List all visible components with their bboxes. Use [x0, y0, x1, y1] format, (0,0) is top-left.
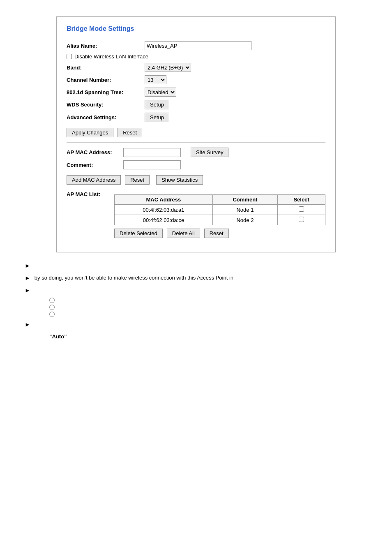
- mac-table-button-row: Delete Selected Delete All Reset: [114, 229, 325, 238]
- alias-name-input[interactable]: [145, 41, 251, 50]
- channel-label: Channel Number:: [67, 77, 145, 83]
- select-cell-1: [278, 205, 325, 215]
- mac-button-row: Add MAC Address Reset Show Statistics: [67, 175, 325, 185]
- panel-title: Bridge Mode Settings: [67, 25, 325, 36]
- table-row: 00:4f:62:03:da:a1 Node 1: [115, 205, 325, 215]
- radio-list: [49, 298, 384, 317]
- radio-button-3[interactable]: [49, 312, 55, 317]
- comment-input[interactable]: [123, 160, 181, 169]
- radio-item-1: [49, 298, 384, 303]
- channel-select[interactable]: 1234 5678 9101112 13Auto: [145, 75, 166, 84]
- delete-selected-button[interactable]: Delete Selected: [114, 229, 163, 238]
- alias-name-row: Alias Name:: [67, 41, 325, 50]
- disable-wireless-checkbox[interactable]: [67, 54, 72, 59]
- reset-button[interactable]: Reset: [118, 128, 142, 137]
- mac-section: AP MAC Address: Site Survey Comment: Add…: [67, 148, 325, 185]
- bullet-section-2: ►: [25, 287, 384, 317]
- apply-reset-row: Apply Changes Reset: [67, 128, 325, 137]
- channel-row: Channel Number: 1234 5678 9101112 13Auto: [67, 75, 325, 84]
- reset-mac-button[interactable]: Reset: [125, 175, 150, 185]
- arrow-icon-4: ►: [25, 321, 30, 328]
- spanning-tree-row: 802.1d Spanning Tree: Disabled Enabled: [67, 88, 325, 97]
- bridge-mode-panel: Bridge Mode Settings Alias Name: Disable…: [56, 16, 336, 252]
- bottom-note-keyword: “Auto”: [49, 333, 67, 340]
- bottom-note: “Auto”: [49, 333, 384, 340]
- ap-mac-address-row: AP MAC Address: Site Survey: [67, 148, 325, 157]
- mac-table: MAC Address Comment Select 00:4f:62:03:d…: [114, 194, 325, 225]
- form-section: Alias Name: Disable Wireless LAN Interfa…: [67, 41, 325, 242]
- select-cell-2: [278, 215, 325, 225]
- bullet-text-2: by so doing, you won’t be able to make w…: [35, 275, 233, 281]
- arrow-icon-3: ►: [25, 287, 30, 294]
- select-checkbox-1[interactable]: [299, 206, 304, 212]
- comment-header: Comment: [212, 195, 277, 205]
- table-row: 00:4f:62:03:da:ce Node 2: [115, 215, 325, 225]
- show-statistics-button[interactable]: Show Statistics: [156, 175, 203, 185]
- ap-mac-address-label: AP MAC Address:: [67, 149, 120, 155]
- delete-all-button[interactable]: Delete All: [167, 229, 200, 238]
- disable-wireless-row: Disable Wireless LAN Interface: [67, 53, 325, 60]
- mac-address-cell-1: 00:4f:62:03:da:a1: [115, 205, 213, 215]
- ap-mac-list-label: AP MAC List:: [67, 189, 108, 242]
- wds-security-button[interactable]: Setup: [145, 100, 169, 109]
- alias-name-label: Alias Name:: [67, 43, 145, 49]
- band-label: Band:: [67, 65, 145, 71]
- add-mac-button[interactable]: Add MAC Address: [67, 175, 121, 185]
- disable-wireless-label: Disable Wireless LAN Interface: [74, 53, 148, 60]
- select-checkbox-2[interactable]: [299, 217, 304, 222]
- ap-mac-address-input[interactable]: [123, 148, 181, 157]
- bullet-section-1: ► ► by so doing, you won’t be able to ma…: [25, 262, 384, 281]
- apply-changes-button[interactable]: Apply Changes: [67, 128, 113, 137]
- mac-table-container: MAC Address Comment Select 00:4f:62:03:d…: [114, 189, 325, 242]
- advanced-settings-label: Advanced Settings:: [67, 114, 145, 120]
- spanning-tree-label: 802.1d Spanning Tree:: [67, 89, 145, 95]
- comment-cell-2: Node 2: [212, 215, 277, 225]
- advanced-settings-button[interactable]: Setup: [145, 113, 169, 122]
- bullet-section-3: ► “Auto”: [25, 321, 384, 340]
- mac-address-header: MAC Address: [115, 195, 213, 205]
- spanning-tree-select[interactable]: Disabled Enabled: [145, 88, 176, 97]
- wds-security-label: WDS Security:: [67, 102, 145, 108]
- band-select[interactable]: 2.4 GHz (B+G) 2.4 GHz (B) 2.4 GHz (G) 5 …: [145, 63, 191, 72]
- mac-list-section: AP MAC List: MAC Address Comment Select …: [67, 189, 325, 242]
- radio-button-1[interactable]: [49, 298, 55, 303]
- radio-item-3: [49, 312, 384, 317]
- advanced-settings-row: Advanced Settings: Setup: [67, 113, 325, 122]
- band-row: Band: 2.4 GHz (B+G) 2.4 GHz (B) 2.4 GHz …: [67, 63, 325, 72]
- radio-button-2[interactable]: [49, 305, 55, 310]
- site-survey-button[interactable]: Site Survey: [191, 148, 228, 157]
- arrow-icon-1: ►: [25, 262, 30, 269]
- radio-item-2: [49, 305, 384, 310]
- comment-label: Comment:: [67, 162, 120, 168]
- comment-row: Comment:: [67, 160, 325, 169]
- comment-cell-1: Node 1: [212, 205, 277, 215]
- reset-table-button[interactable]: Reset: [204, 229, 229, 238]
- mac-address-cell-2: 00:4f:62:03:da:ce: [115, 215, 213, 225]
- select-header: Select: [278, 195, 325, 205]
- wds-security-row: WDS Security: Setup: [67, 100, 325, 109]
- arrow-icon-2: ►: [25, 275, 30, 281]
